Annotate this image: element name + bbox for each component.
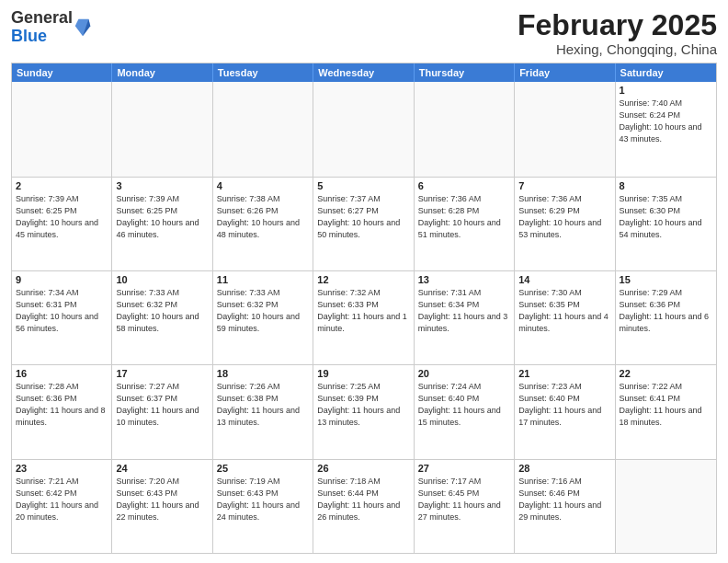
- cal-cell-r0-c3: [313, 82, 414, 176]
- cell-info: Sunrise: 7:18 AM Sunset: 6:44 PM Dayligh…: [317, 476, 409, 523]
- cell-info: Sunrise: 7:21 AM Sunset: 6:42 PM Dayligh…: [16, 476, 108, 523]
- cell-info: Sunrise: 7:33 AM Sunset: 6:32 PM Dayligh…: [217, 287, 309, 335]
- cal-cell-r4-c4: 27Sunrise: 7:17 AM Sunset: 6:45 PM Dayli…: [415, 460, 515, 553]
- cal-cell-r3-c5: 21Sunrise: 7:23 AM Sunset: 6:40 PM Dayli…: [515, 365, 615, 458]
- title-block: February 2025 Hexing, Chongqing, China: [518, 9, 717, 57]
- cell-info: Sunrise: 7:29 AM Sunset: 6:36 PM Dayligh…: [620, 287, 712, 335]
- day-number: 26: [317, 463, 409, 474]
- day-number: 9: [16, 274, 108, 285]
- cell-info: Sunrise: 7:36 AM Sunset: 6:29 PM Dayligh…: [518, 193, 610, 241]
- cal-cell-r3-c0: 16Sunrise: 7:28 AM Sunset: 6:36 PM Dayli…: [12, 365, 112, 458]
- day-number: 6: [418, 180, 510, 191]
- cal-cell-r4-c0: 23Sunrise: 7:21 AM Sunset: 6:42 PM Dayli…: [12, 460, 112, 553]
- day-number: 12: [317, 274, 409, 285]
- logo-text: General Blue: [11, 9, 73, 46]
- cal-cell-r1-c2: 4Sunrise: 7:38 AM Sunset: 6:26 PM Daylig…: [213, 178, 313, 270]
- day-number: 4: [217, 180, 309, 191]
- day-number: 18: [217, 368, 309, 379]
- day-number: 24: [116, 463, 208, 474]
- cal-cell-r3-c1: 17Sunrise: 7:27 AM Sunset: 6:37 PM Dayli…: [112, 365, 212, 458]
- cal-cell-r2-c5: 14Sunrise: 7:30 AM Sunset: 6:35 PM Dayli…: [515, 271, 615, 364]
- logo-general: General: [11, 8, 73, 27]
- cal-cell-r1-c6: 8Sunrise: 7:35 AM Sunset: 6:30 PM Daylig…: [616, 178, 716, 270]
- day-number: 20: [418, 368, 510, 379]
- logo: General Blue: [11, 9, 91, 46]
- cell-info: Sunrise: 7:34 AM Sunset: 6:31 PM Dayligh…: [16, 287, 108, 335]
- day-number: 14: [518, 274, 610, 285]
- header: General Blue February 2025 Hexing, Chong…: [11, 9, 717, 57]
- cell-info: Sunrise: 7:23 AM Sunset: 6:40 PM Dayligh…: [518, 381, 610, 429]
- cell-info: Sunrise: 7:39 AM Sunset: 6:25 PM Dayligh…: [16, 193, 108, 241]
- cal-cell-r1-c3: 5Sunrise: 7:37 AM Sunset: 6:27 PM Daylig…: [313, 178, 414, 270]
- cell-info: Sunrise: 7:28 AM Sunset: 6:36 PM Dayligh…: [16, 381, 108, 429]
- day-number: 2: [16, 180, 108, 191]
- calendar-header: Sunday Monday Tuesday Wednesday Thursday…: [12, 63, 716, 82]
- day-number: 10: [116, 274, 208, 285]
- day-number: 8: [620, 180, 712, 191]
- day-number: 19: [317, 368, 409, 379]
- day-number: 17: [116, 368, 208, 379]
- cal-cell-r2-c3: 12Sunrise: 7:32 AM Sunset: 6:33 PM Dayli…: [313, 271, 414, 364]
- cell-info: Sunrise: 7:35 AM Sunset: 6:30 PM Dayligh…: [620, 193, 712, 241]
- header-wednesday: Wednesday: [313, 63, 414, 82]
- header-tuesday: Tuesday: [213, 63, 313, 82]
- cal-cell-r0-c4: [415, 82, 515, 176]
- cal-cell-r2-c6: 15Sunrise: 7:29 AM Sunset: 6:36 PM Dayli…: [616, 271, 716, 364]
- header-friday: Friday: [515, 63, 615, 82]
- cell-info: Sunrise: 7:22 AM Sunset: 6:41 PM Dayligh…: [620, 381, 712, 429]
- header-sunday: Sunday: [12, 63, 112, 82]
- day-number: 13: [418, 274, 510, 285]
- cal-cell-r1-c0: 2Sunrise: 7:39 AM Sunset: 6:25 PM Daylig…: [12, 178, 112, 270]
- day-number: 7: [518, 180, 610, 191]
- cal-cell-r2-c2: 11Sunrise: 7:33 AM Sunset: 6:32 PM Dayli…: [213, 271, 313, 364]
- location: Hexing, Chongqing, China: [518, 41, 717, 57]
- cal-cell-r3-c2: 18Sunrise: 7:26 AM Sunset: 6:38 PM Dayli…: [213, 365, 313, 458]
- cell-info: Sunrise: 7:25 AM Sunset: 6:39 PM Dayligh…: [317, 381, 409, 429]
- cell-info: Sunrise: 7:27 AM Sunset: 6:37 PM Dayligh…: [116, 381, 208, 429]
- calendar: Sunday Monday Tuesday Wednesday Thursday…: [11, 63, 717, 554]
- cal-cell-r4-c6: [616, 460, 716, 553]
- cell-info: Sunrise: 7:19 AM Sunset: 6:43 PM Dayligh…: [217, 476, 309, 523]
- cal-row-4: 23Sunrise: 7:21 AM Sunset: 6:42 PM Dayli…: [12, 459, 716, 553]
- cal-cell-r0-c1: [112, 82, 212, 176]
- cal-cell-r1-c4: 6Sunrise: 7:36 AM Sunset: 6:28 PM Daylig…: [415, 178, 515, 270]
- cal-row-1: 2Sunrise: 7:39 AM Sunset: 6:25 PM Daylig…: [12, 177, 716, 270]
- cal-cell-r2-c0: 9Sunrise: 7:34 AM Sunset: 6:31 PM Daylig…: [12, 271, 112, 364]
- cell-info: Sunrise: 7:39 AM Sunset: 6:25 PM Dayligh…: [116, 193, 208, 241]
- cal-cell-r3-c3: 19Sunrise: 7:25 AM Sunset: 6:39 PM Dayli…: [313, 365, 414, 458]
- cal-cell-r4-c1: 24Sunrise: 7:20 AM Sunset: 6:43 PM Dayli…: [112, 460, 212, 553]
- logo-icon: [74, 17, 91, 38]
- day-number: 22: [620, 368, 712, 379]
- cell-info: Sunrise: 7:30 AM Sunset: 6:35 PM Dayligh…: [518, 287, 610, 335]
- cal-row-2: 9Sunrise: 7:34 AM Sunset: 6:31 PM Daylig…: [12, 270, 716, 364]
- logo-blue: Blue: [11, 27, 47, 45]
- cal-cell-r4-c5: 28Sunrise: 7:16 AM Sunset: 6:46 PM Dayli…: [515, 460, 615, 553]
- cell-info: Sunrise: 7:31 AM Sunset: 6:34 PM Dayligh…: [418, 287, 510, 335]
- cell-info: Sunrise: 7:40 AM Sunset: 6:24 PM Dayligh…: [620, 98, 712, 145]
- cell-info: Sunrise: 7:33 AM Sunset: 6:32 PM Dayligh…: [116, 287, 208, 335]
- cal-cell-r0-c5: [515, 82, 615, 176]
- day-number: 28: [518, 463, 610, 474]
- day-number: 15: [620, 274, 712, 285]
- cell-info: Sunrise: 7:32 AM Sunset: 6:33 PM Dayligh…: [317, 287, 409, 335]
- cell-info: Sunrise: 7:17 AM Sunset: 6:45 PM Dayligh…: [418, 476, 510, 523]
- cal-cell-r4-c3: 26Sunrise: 7:18 AM Sunset: 6:44 PM Dayli…: [313, 460, 414, 553]
- cell-info: Sunrise: 7:16 AM Sunset: 6:46 PM Dayligh…: [518, 476, 610, 523]
- cell-info: Sunrise: 7:26 AM Sunset: 6:38 PM Dayligh…: [217, 381, 309, 429]
- day-number: 11: [217, 274, 309, 285]
- cell-info: Sunrise: 7:37 AM Sunset: 6:27 PM Dayligh…: [317, 193, 409, 241]
- day-number: 3: [116, 180, 208, 191]
- cal-cell-r4-c2: 25Sunrise: 7:19 AM Sunset: 6:43 PM Dayli…: [213, 460, 313, 553]
- cal-cell-r2-c1: 10Sunrise: 7:33 AM Sunset: 6:32 PM Dayli…: [112, 271, 212, 364]
- cal-cell-r0-c2: [213, 82, 313, 176]
- cell-info: Sunrise: 7:36 AM Sunset: 6:28 PM Dayligh…: [418, 193, 510, 241]
- month-title: February 2025: [518, 9, 717, 41]
- cal-row-0: 1Sunrise: 7:40 AM Sunset: 6:24 PM Daylig…: [12, 82, 716, 176]
- cell-info: Sunrise: 7:38 AM Sunset: 6:26 PM Dayligh…: [217, 193, 309, 241]
- page: General Blue February 2025 Hexing, Chong…: [0, 0, 728, 563]
- cal-cell-r2-c4: 13Sunrise: 7:31 AM Sunset: 6:34 PM Dayli…: [415, 271, 515, 364]
- cell-info: Sunrise: 7:20 AM Sunset: 6:43 PM Dayligh…: [116, 476, 208, 523]
- cal-cell-r1-c5: 7Sunrise: 7:36 AM Sunset: 6:29 PM Daylig…: [515, 178, 615, 270]
- cal-cell-r0-c0: [12, 82, 112, 176]
- header-monday: Monday: [112, 63, 212, 82]
